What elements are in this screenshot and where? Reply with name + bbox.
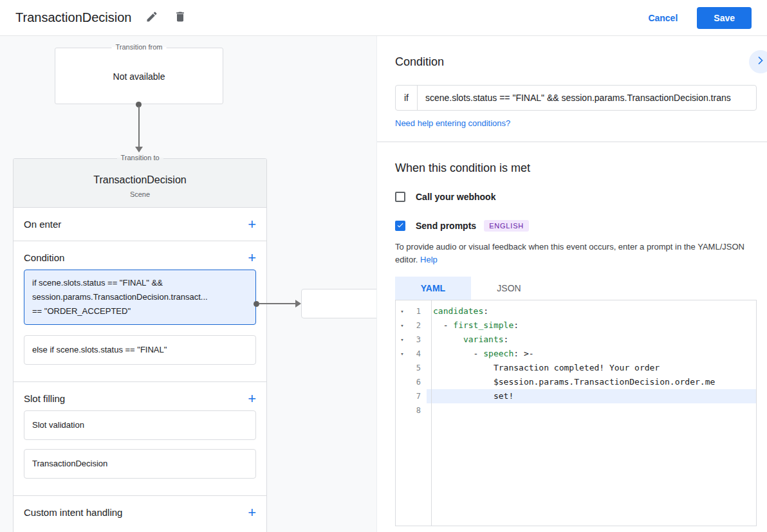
pencil-icon	[145, 10, 158, 26]
section-custom-intent: Custom intent handling +	[14, 496, 266, 522]
call-webhook-checkbox[interactable]	[395, 192, 405, 202]
code-line[interactable]: ▾1candidates:	[396, 304, 756, 318]
add-custom-intent-button[interactable]: +	[248, 508, 256, 518]
yaml-text-token: : >-	[513, 349, 533, 358]
yaml-text-token: -	[433, 349, 483, 358]
scene-graph-pane: Transition from Not available Transition…	[0, 36, 376, 532]
code-text[interactable]	[427, 403, 756, 417]
condition-connector-dot	[254, 301, 259, 307]
yaml-key-token: speech	[483, 349, 513, 358]
prompt-description: To provide audio or visual feedback when…	[395, 241, 755, 266]
transition-from-box: Transition from Not available	[55, 48, 223, 104]
condition-item-selected[interactable]: if scene.slots.status == "FINAL" && sess…	[24, 270, 256, 325]
code-line[interactable]: ▾3 variants:	[396, 333, 756, 347]
section-slot-filling: Slot filling + Slot validation Transacti…	[14, 382, 266, 496]
cancel-button[interactable]: Cancel	[648, 13, 678, 23]
fold-arrow-icon[interactable]: ▾	[396, 351, 409, 357]
gutter-divider	[431, 300, 432, 526]
code-text[interactable]: candidates:	[427, 304, 756, 318]
line-number: 8	[409, 406, 427, 415]
webhook-row: Call your webhook	[395, 192, 757, 202]
page-title: TransactionDecision	[15, 10, 131, 25]
yaml-text-token: $session.params.TransactionDecision.orde…	[433, 377, 715, 387]
yaml-editor[interactable]: ▾1candidates:▾2 - first_simple:▾3 varian…	[395, 300, 757, 526]
condition-section-label: Condition	[24, 252, 64, 263]
section-on-enter: On enter +	[14, 208, 266, 241]
yaml-text-token: Transaction completed! Your order	[433, 363, 660, 372]
yaml-text-token: :	[483, 306, 488, 316]
condition-expression-input[interactable]	[418, 86, 756, 110]
line-number: 7	[409, 392, 427, 401]
slot-filling-label: Slot filling	[24, 393, 65, 404]
delete-scene-button[interactable]	[172, 10, 188, 26]
add-condition-button[interactable]: +	[248, 253, 256, 263]
transition-to-label: Transition to	[116, 154, 163, 161]
condition-line: else if scene.slots.status == "FINAL"	[32, 343, 248, 357]
code-text[interactable]: set!	[427, 389, 756, 403]
save-button[interactable]: Save	[697, 7, 752, 29]
condition-item[interactable]: else if scene.slots.status == "FINAL"	[24, 335, 256, 365]
code-line[interactable]: 8	[396, 403, 756, 417]
top-bar: TransactionDecision Cancel Save	[0, 0, 767, 36]
chevron-right-icon	[754, 54, 767, 69]
code-line[interactable]: 7 set!	[396, 389, 756, 403]
yaml-key-token: candidates	[433, 306, 483, 316]
condition-help-link[interactable]: Need help entering conditions?	[395, 118, 510, 128]
condition-connector-line	[259, 303, 295, 304]
fold-arrow-icon[interactable]: ▾	[396, 336, 409, 343]
yaml-key-token: first_simple	[453, 320, 513, 330]
yaml-key-token: variants	[463, 335, 504, 344]
line-number: 4	[409, 349, 427, 358]
code-line[interactable]: 6 $session.params.TransactionDecision.or…	[396, 375, 756, 389]
yaml-text-token: -	[433, 320, 453, 330]
send-prompts-label: Send prompts	[416, 221, 476, 231]
trash-icon	[174, 10, 187, 26]
call-webhook-label: Call your webhook	[416, 192, 495, 202]
condition-line: session.params.TransactionDecision.trans…	[32, 290, 248, 304]
condition-line: if scene.slots.status == "FINAL" &&	[32, 276, 248, 290]
transition-from-value: Not available	[55, 71, 223, 82]
slot-item[interactable]: Slot validation	[24, 410, 256, 440]
line-number: 1	[409, 307, 427, 316]
condition-connector-arrow-icon	[295, 300, 301, 307]
condition-line: == "ORDER_ACCEPTED"	[32, 304, 248, 318]
fold-arrow-icon[interactable]: ▾	[396, 308, 409, 315]
yaml-text-token: :	[504, 335, 509, 344]
condition-target-box[interactable]	[301, 289, 376, 318]
edit-title-button[interactable]	[144, 10, 160, 26]
add-on-enter-button[interactable]: +	[248, 219, 256, 230]
checkmark-icon	[396, 220, 404, 232]
connector-arrow-icon	[135, 147, 143, 152]
panel-title: Condition	[395, 36, 757, 69]
language-badge: ENGLISH	[484, 220, 529, 232]
yaml-text-token: :	[513, 320, 519, 330]
code-text[interactable]: - speech: >-	[427, 347, 756, 361]
code-text[interactable]: Transaction completed! Your order	[427, 361, 756, 375]
yaml-text-token	[433, 335, 463, 344]
collapse-panel-button[interactable]	[749, 50, 767, 73]
scene-card-header[interactable]: TransactionDecision Scene	[14, 159, 266, 208]
code-line[interactable]: ▾2 - first_simple:	[396, 318, 756, 333]
tab-json[interactable]: JSON	[471, 277, 547, 300]
add-slot-button[interactable]: +	[248, 394, 256, 404]
transition-from-label: Transition from	[112, 43, 167, 51]
scene-name: TransactionDecision	[14, 174, 266, 186]
slot-item[interactable]: TransactionDecision	[24, 449, 256, 479]
panel-divider	[377, 142, 767, 142]
help-link[interactable]: Help	[420, 255, 438, 264]
code-lines: ▾1candidates:▾2 - first_simple:▾3 varian…	[396, 304, 756, 417]
code-text[interactable]: variants:	[427, 333, 756, 347]
on-enter-label: On enter	[24, 219, 61, 230]
tab-yaml[interactable]: YAML	[395, 277, 471, 300]
code-text[interactable]: - first_simple:	[427, 318, 756, 333]
scene-type: Scene	[14, 190, 266, 198]
line-number: 3	[409, 335, 427, 344]
code-line[interactable]: ▾4 - speech: >-	[396, 347, 756, 361]
send-prompts-checkbox[interactable]	[395, 221, 405, 231]
line-number: 6	[409, 378, 427, 387]
send-prompts-row: Send prompts ENGLISH	[395, 220, 757, 232]
code-line[interactable]: 5 Transaction completed! Your order	[396, 361, 756, 375]
code-text[interactable]: $session.params.TransactionDecision.orde…	[427, 375, 756, 389]
fold-arrow-icon[interactable]: ▾	[396, 322, 409, 329]
editor-tabs: YAML JSON	[395, 277, 757, 300]
